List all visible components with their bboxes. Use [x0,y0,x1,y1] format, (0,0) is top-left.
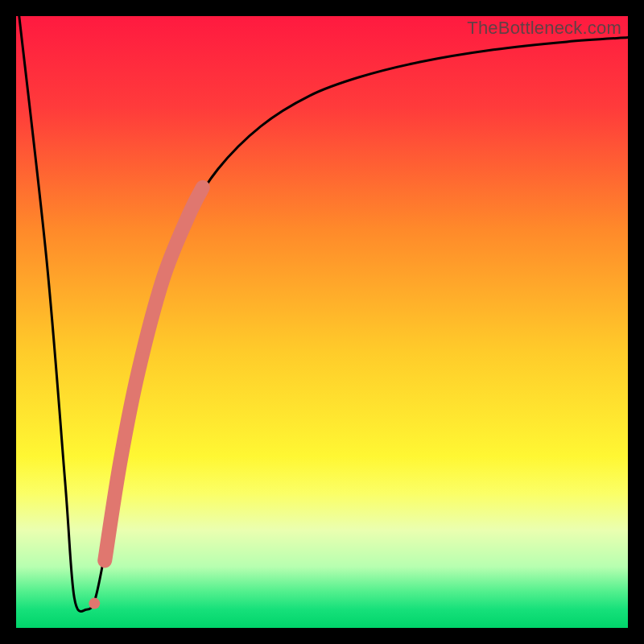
marker-dot [115,444,128,457]
plot-frame: TheBottleneck.com [16,16,628,628]
marker-dot [89,598,100,609]
marker-dot [124,401,137,414]
chart-canvas [16,16,628,628]
watermark-text: TheBottleneck.com [467,18,621,39]
marker-dot [135,353,148,365]
